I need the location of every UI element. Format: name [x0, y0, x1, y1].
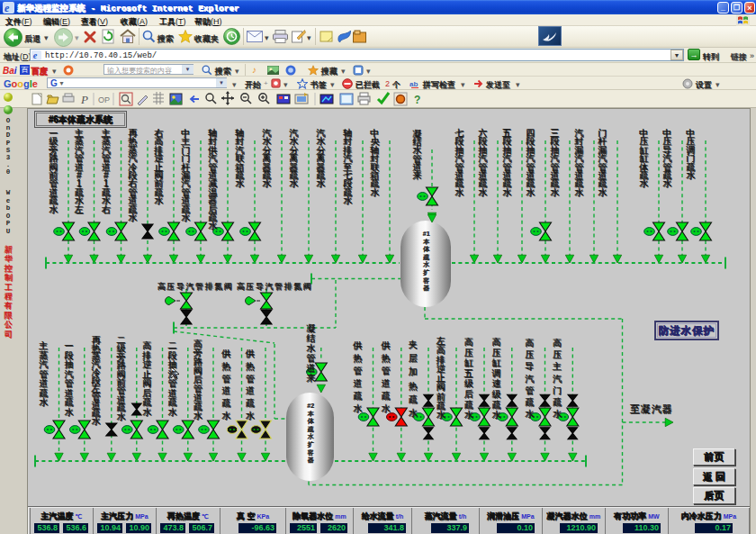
- svg-text:e: e: [4, 2, 10, 14]
- svg-text:P: P: [80, 93, 88, 106]
- svg-text:ab: ab: [410, 80, 418, 88]
- svg-text:e: e: [33, 50, 38, 60]
- svg-text:?: ?: [414, 94, 420, 106]
- svg-text:OP: OP: [98, 95, 110, 104]
